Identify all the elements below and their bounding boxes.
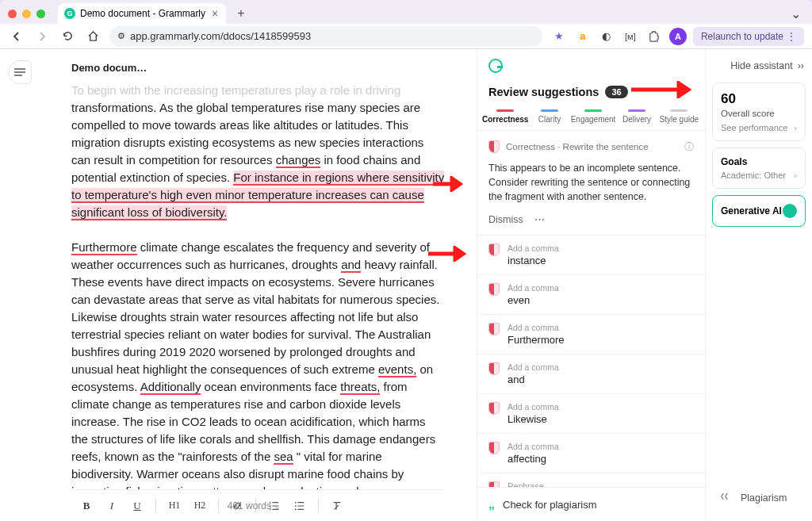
hide-assistant-button[interactable]: Hide assistant ›› xyxy=(706,49,812,82)
menu-dots-icon: ⋮ xyxy=(787,31,796,42)
tab-title: Demo document - Grammarly xyxy=(80,8,205,19)
window-dropdown[interactable]: ⌄ xyxy=(787,5,804,22)
tab-clarity[interactable]: Clarity xyxy=(528,105,570,130)
grammarly-favicon: G xyxy=(64,8,75,19)
ext-icon-3[interactable]: [м] xyxy=(622,28,639,45)
correctness-shield-icon xyxy=(488,442,500,454)
site-settings-icon[interactable]: ⚙ xyxy=(117,31,125,41)
underline-button[interactable]: U xyxy=(130,500,144,512)
underline-furthermore[interactable]: Furthermore xyxy=(71,240,137,255)
suggestion-item[interactable]: Add a commaLikewise xyxy=(477,394,705,434)
reload-button[interactable] xyxy=(59,28,76,45)
profile-avatar[interactable]: A xyxy=(669,28,687,45)
document-title[interactable]: Demo docum… xyxy=(71,49,445,82)
generative-ai-card[interactable]: Generative AI xyxy=(712,195,806,227)
genai-label: Generative AI xyxy=(721,205,782,216)
underline-threats[interactable]: threats, xyxy=(340,380,380,395)
overall-score-value: 60 xyxy=(721,91,797,107)
tab-engagement[interactable]: Engagement xyxy=(571,105,616,130)
tab-delivery[interactable]: Delivery xyxy=(615,105,657,130)
back-button[interactable] xyxy=(8,28,25,45)
underline-changes[interactable]: changes xyxy=(276,153,321,168)
chevron-right-icon: › xyxy=(794,123,797,132)
svg-point-1 xyxy=(295,505,297,507)
close-tab-icon[interactable]: × xyxy=(210,7,220,20)
window-maximize[interactable] xyxy=(36,10,45,18)
tab-correctness[interactable]: Correctness xyxy=(482,105,528,130)
assistant-panel: Review suggestions 36 Correctness Clarit… xyxy=(477,49,705,521)
underline-additionally[interactable]: Additionally xyxy=(140,380,201,395)
plagiarism-button[interactable]: Plagiarism xyxy=(712,481,806,515)
home-button[interactable] xyxy=(84,28,102,45)
category-tabs: Correctness Clarity Engagement Delivery … xyxy=(477,105,705,131)
suggestion-item[interactable]: Add a commainstance xyxy=(477,236,705,275)
relaunch-label: Relaunch to update xyxy=(701,31,783,42)
svg-point-2 xyxy=(295,508,297,510)
correctness-shield-icon xyxy=(488,283,500,296)
clear-format-button[interactable] xyxy=(330,500,344,511)
genai-icon xyxy=(783,204,797,218)
bookmark-icon[interactable]: ★ xyxy=(550,28,568,45)
traffic-lights xyxy=(8,10,45,18)
word-count[interactable]: 461 words ⌄ xyxy=(228,500,282,511)
underline-events[interactable]: events, xyxy=(378,362,416,377)
forward-button[interactable] xyxy=(33,28,51,45)
app-body: Demo docum… To begin with the increasing… xyxy=(0,49,812,521)
chevron-right-icon: ›› xyxy=(798,60,804,71)
dismiss-button[interactable]: Dismiss xyxy=(488,214,523,225)
h1-button[interactable]: H1 xyxy=(167,500,182,511)
text: ocean environments face xyxy=(201,380,340,393)
quotes-icon: „ xyxy=(488,497,495,511)
more-options-icon[interactable]: ⋯ xyxy=(534,213,545,225)
text: heavy rainfall. These events have direct… xyxy=(71,258,439,376)
suggestion-item[interactable]: Add a commaFurthermore xyxy=(477,315,705,354)
url-text: app.grammarly.com/ddocs/1418599593 xyxy=(130,30,311,42)
left-gutter xyxy=(0,49,32,521)
address-bar: ⚙ app.grammarly.com/ddocs/1418599593 ★ a… xyxy=(0,24,812,49)
suggestion-item[interactable]: Add a commaaffecting xyxy=(477,434,705,473)
browser-chrome: G Demo document - Grammarly × + ⌄ ⚙ app.… xyxy=(0,0,812,49)
suggestion-item[interactable]: Add a commaeven xyxy=(477,275,705,315)
window-minimize[interactable] xyxy=(22,10,31,18)
info-icon[interactable]: ⓘ xyxy=(684,141,694,153)
document-body[interactable]: To begin with the increasing temperature… xyxy=(71,82,445,489)
detail-category: Correctness · Rewrite the sentence xyxy=(506,142,649,151)
chevron-right-icon: › xyxy=(794,170,797,180)
browser-tab[interactable]: G Demo document - Grammarly × xyxy=(58,3,226,24)
review-header: Review suggestions 36 xyxy=(477,78,705,105)
plagiarism-label: Plagiarism xyxy=(741,492,787,504)
tab-bar: G Demo document - Grammarly × + ⌄ xyxy=(0,0,812,24)
suggestion-item[interactable]: Rephraselife xyxy=(477,473,705,487)
italic-button[interactable]: I xyxy=(105,500,119,512)
check-plagiarism-button[interactable]: „ Check for plagiarism xyxy=(477,487,705,521)
see-performance-link[interactable]: See performance xyxy=(721,123,787,132)
ext-icon-2[interactable]: ◐ xyxy=(598,28,615,45)
score-card[interactable]: 60 Overall score See performance› xyxy=(712,82,806,141)
text-faded: To begin with the increasing temperature… xyxy=(71,83,400,97)
detail-text: This appears to be an incomplete sentenc… xyxy=(488,161,694,204)
review-title: Review suggestions xyxy=(488,86,599,98)
new-tab-button[interactable]: + xyxy=(231,6,251,21)
assistant-logo xyxy=(477,49,705,78)
bold-button[interactable]: B xyxy=(79,500,94,512)
tab-style-guide[interactable]: Style guide xyxy=(658,105,700,130)
suggestion-list: Add a commainstance Add a commaeven Add … xyxy=(477,236,705,487)
bullet-list-button[interactable] xyxy=(293,500,307,511)
goals-title: Goals xyxy=(721,156,797,167)
suggestion-item[interactable]: Add a commaand xyxy=(477,354,705,394)
relaunch-button[interactable]: Relaunch to update ⋮ xyxy=(693,27,804,46)
extensions-icon[interactable] xyxy=(645,28,663,45)
right-sidebar: Hide assistant ›› 60 Overall score See p… xyxy=(705,49,812,521)
ext-icon-1[interactable]: a xyxy=(574,28,592,45)
h2-button[interactable]: H2 xyxy=(193,500,207,511)
correctness-shield-icon xyxy=(488,481,500,487)
correctness-shield-icon xyxy=(488,243,500,256)
menu-button[interactable] xyxy=(8,60,32,84)
goals-card[interactable]: Goals Academic: Other› xyxy=(712,147,806,189)
underline-and[interactable]: and xyxy=(341,258,361,273)
svg-point-0 xyxy=(295,501,297,503)
underline-sea[interactable]: sea xyxy=(274,450,293,465)
window-close[interactable] xyxy=(8,10,17,18)
url-input[interactable]: ⚙ app.grammarly.com/ddocs/1418599593 xyxy=(109,26,542,47)
overall-score-label: Overall score xyxy=(721,109,797,118)
